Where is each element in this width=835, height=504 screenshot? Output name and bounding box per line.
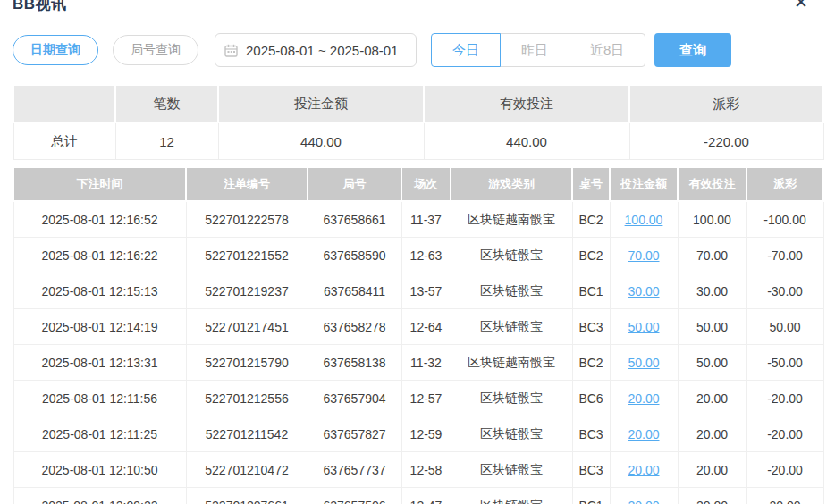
summary-total-label: 总计 bbox=[13, 122, 115, 160]
game-type: 区块链骰宝 bbox=[451, 309, 572, 345]
bet-time: 2025-08-01 12:11:25 bbox=[13, 416, 186, 452]
records-column-header: 注单编号 bbox=[186, 167, 308, 201]
session: 12-59 bbox=[401, 416, 451, 452]
table-row: 2025-08-01 12:16:52522701222578637658661… bbox=[13, 201, 823, 238]
session: 11-32 bbox=[401, 345, 451, 381]
table-number: BC2 bbox=[572, 345, 610, 381]
valid-bet: 20.00 bbox=[678, 381, 746, 416]
round-number: 637658278 bbox=[308, 309, 401, 345]
bet-amount-link[interactable]: 20.00 bbox=[628, 391, 659, 406]
records-column-header: 桌号 bbox=[572, 167, 610, 201]
valid-bet: 50.00 bbox=[678, 345, 746, 381]
payout: -20.00 bbox=[746, 416, 823, 452]
bet-amount-cell: 70.00 bbox=[610, 238, 678, 273]
summary-header-row: 笔数投注金额有效投注派彩 bbox=[13, 85, 823, 122]
game-type: 区块链骰宝 bbox=[451, 273, 572, 309]
summary-column-header: 有效投注 bbox=[424, 85, 629, 122]
today-button[interactable]: 今日 bbox=[431, 33, 501, 67]
payout: -50.00 bbox=[746, 345, 823, 381]
table-row: 2025-08-01 12:16:22522701221552637658590… bbox=[13, 238, 823, 273]
records-column-header: 下注时间 bbox=[13, 167, 186, 201]
session: 13-57 bbox=[401, 273, 451, 309]
records-column-header: 游戏类别 bbox=[451, 167, 572, 201]
bet-amount-link[interactable]: 100.00 bbox=[625, 213, 663, 227]
summary-column-header: 派彩 bbox=[629, 85, 823, 122]
valid-bet: 20.00 bbox=[678, 416, 746, 452]
game-type: 区块链骰宝 bbox=[451, 238, 572, 273]
valid-bet: 50.00 bbox=[678, 309, 746, 345]
table-number: BC1 bbox=[572, 488, 610, 504]
summary-payout: -220.00 bbox=[629, 122, 823, 160]
order-number: 522701210472 bbox=[186, 452, 308, 488]
game-type: 区块链越南骰宝 bbox=[451, 345, 572, 381]
records-table: 下注时间注单编号局号场次游戏类别桌号投注金额有效投注派彩 2025-08-01 … bbox=[13, 166, 824, 504]
table-row: 2025-08-01 12:09:22522701207661637657506… bbox=[13, 488, 823, 504]
date-query-button[interactable]: 日期查询 bbox=[13, 35, 98, 65]
close-icon[interactable]: ✕ bbox=[794, 0, 808, 11]
session: 12-63 bbox=[401, 238, 451, 273]
table-row: 2025-08-01 12:15:13522701219237637658411… bbox=[13, 273, 823, 309]
round-number: 637657737 bbox=[308, 452, 401, 488]
valid-bet: 30.00 bbox=[678, 273, 746, 309]
records-header-row: 下注时间注单编号局号场次游戏类别桌号投注金额有效投注派彩 bbox=[13, 167, 823, 201]
quick-range-group: 今日 昨日 近8日 bbox=[431, 33, 645, 67]
round-number: 637658590 bbox=[308, 238, 401, 273]
payout: -70.00 bbox=[746, 238, 823, 273]
last-8-days-button[interactable]: 近8日 bbox=[569, 33, 645, 67]
bet-time: 2025-08-01 12:09:22 bbox=[13, 488, 186, 504]
table-row: 2025-08-01 12:11:56522701212556637657904… bbox=[13, 381, 823, 416]
yesterday-button[interactable]: 昨日 bbox=[500, 33, 569, 67]
date-range-input[interactable]: 2025-08-01 ~ 2025-08-01 bbox=[215, 33, 417, 67]
order-number: 522701217451 bbox=[186, 309, 308, 345]
table-number: BC3 bbox=[572, 309, 610, 345]
table-number: BC1 bbox=[572, 273, 610, 309]
bet-amount-link[interactable]: 30.00 bbox=[628, 284, 659, 298]
session: 12-57 bbox=[401, 381, 451, 416]
bet-amount-cell: 20.00 bbox=[610, 416, 678, 452]
summary-column-header: 投注金额 bbox=[218, 85, 424, 122]
bet-time: 2025-08-01 12:14:19 bbox=[13, 309, 186, 345]
bet-amount-cell: 20.00 bbox=[610, 488, 678, 504]
date-range-value: 2025-08-01 ~ 2025-08-01 bbox=[246, 43, 399, 58]
table-number: BC3 bbox=[572, 416, 610, 452]
game-type: 区块链骰宝 bbox=[451, 381, 572, 416]
summary-count: 12 bbox=[115, 122, 218, 160]
payout: -30.00 bbox=[746, 273, 823, 309]
order-number: 522701211542 bbox=[186, 416, 308, 452]
summary-total-row: 总计 12 440.00 440.00 -220.00 bbox=[13, 122, 823, 160]
bet-amount-link[interactable]: 20.00 bbox=[628, 463, 659, 477]
bet-time: 2025-08-01 12:11:56 bbox=[13, 381, 186, 416]
game-type: 区块链越南骰宝 bbox=[451, 201, 572, 238]
bet-time: 2025-08-01 12:13:31 bbox=[13, 345, 186, 381]
bet-amount-cell: 50.00 bbox=[610, 345, 678, 381]
bet-amount-link[interactable]: 70.00 bbox=[628, 248, 659, 263]
records-column-header: 场次 bbox=[401, 167, 451, 201]
round-number: 637658411 bbox=[308, 273, 401, 309]
payout: 20.00 bbox=[746, 488, 823, 504]
page-title: BB视讯 bbox=[13, 0, 67, 14]
valid-bet: 20.00 bbox=[678, 488, 746, 504]
order-number: 522701212556 bbox=[186, 381, 308, 416]
round-query-button[interactable]: 局号查询 bbox=[113, 35, 198, 65]
bet-amount-link[interactable]: 20.00 bbox=[628, 427, 659, 441]
betting-records-panel: BB视讯 ✕ 日期查询 局号查询 2025-08-01 ~ 2025-08-01… bbox=[0, 0, 835, 504]
bet-amount-cell: 30.00 bbox=[610, 273, 678, 309]
bet-amount-link[interactable]: 20.00 bbox=[628, 499, 659, 504]
summary-bet-amount: 440.00 bbox=[218, 122, 424, 160]
bet-time: 2025-08-01 12:10:50 bbox=[13, 452, 186, 488]
summary-valid-bet: 440.00 bbox=[424, 122, 629, 160]
session: 13-47 bbox=[401, 488, 451, 504]
game-type: 区块链骰宝 bbox=[451, 488, 572, 504]
bet-amount-link[interactable]: 50.00 bbox=[628, 320, 659, 334]
records-column-header: 投注金额 bbox=[610, 167, 678, 201]
game-type: 区块链骰宝 bbox=[451, 416, 572, 452]
search-button[interactable]: 查询 bbox=[654, 33, 731, 67]
bet-amount-cell: 20.00 bbox=[610, 452, 678, 488]
session: 12-58 bbox=[401, 452, 451, 488]
query-toolbar: 日期查询 局号查询 2025-08-01 ~ 2025-08-01 今日 昨日 … bbox=[13, 32, 822, 68]
bet-amount-cell: 100.00 bbox=[610, 201, 678, 238]
bet-amount-link[interactable]: 50.00 bbox=[628, 356, 659, 370]
valid-bet: 70.00 bbox=[678, 238, 746, 273]
bet-time: 2025-08-01 12:15:13 bbox=[13, 273, 186, 309]
round-number: 637658138 bbox=[308, 345, 401, 381]
